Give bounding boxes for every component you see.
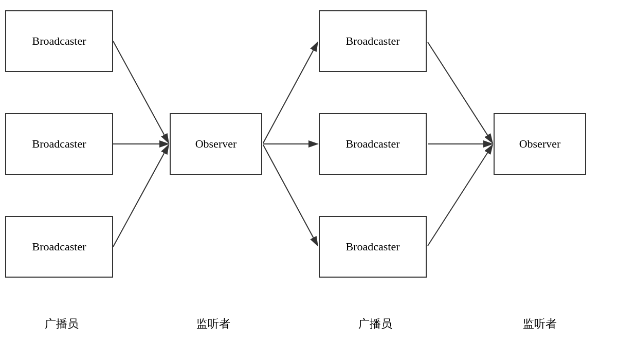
broadcaster-box-3: Broadcaster	[5, 216, 113, 278]
label-observer-right: 监听者	[488, 316, 591, 332]
label-broadcaster-right: 广播员	[324, 316, 427, 332]
svg-line-9	[428, 145, 493, 246]
broadcaster-box-2: Broadcaster	[5, 113, 113, 175]
observer-box-2: Observer	[494, 113, 586, 175]
diagram: Broadcaster Broadcaster Broadcaster Obse…	[0, 0, 637, 364]
broadcaster-box-6: Broadcaster	[319, 216, 427, 278]
svg-line-1	[113, 41, 169, 143]
svg-line-7	[428, 42, 493, 143]
broadcaster-box-1: Broadcaster	[5, 10, 113, 72]
label-observer-left: 监听者	[162, 316, 265, 332]
observer-box-1: Observer	[170, 113, 262, 175]
broadcaster-box-4: Broadcaster	[319, 10, 427, 72]
svg-line-6	[263, 145, 318, 246]
broadcaster-box-5: Broadcaster	[319, 113, 427, 175]
label-broadcaster-left: 广播员	[10, 316, 113, 332]
svg-line-4	[263, 42, 318, 143]
svg-line-3	[113, 145, 169, 247]
